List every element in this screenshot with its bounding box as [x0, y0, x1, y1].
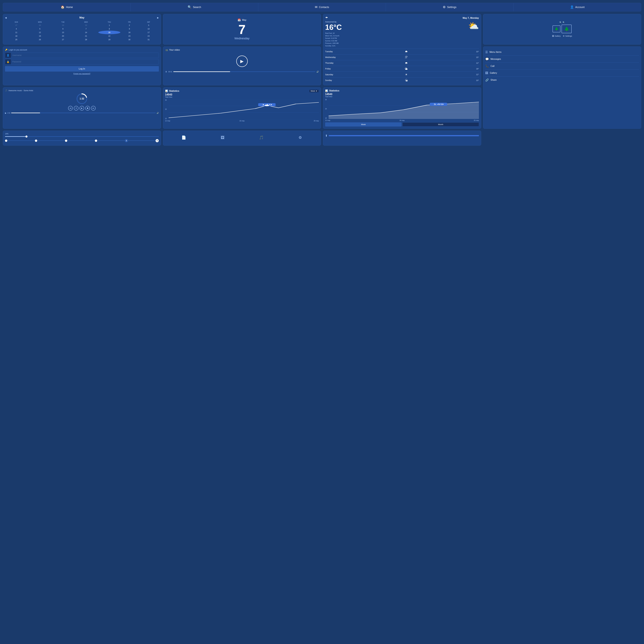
dot-step-4[interactable]: 5 — [125, 139, 128, 142]
cal-day[interactable]: 10 — [138, 27, 159, 31]
cal-day[interactable]: 29 — [98, 38, 120, 41]
nav-item-contacts[interactable]: ✉Contacts — [258, 3, 386, 11]
cal-day[interactable]: 9 — [120, 27, 138, 31]
cal-day[interactable]: 23 — [120, 34, 138, 38]
cal-day[interactable]: 18 — [5, 34, 28, 38]
cal-day[interactable]: 11 — [5, 31, 28, 34]
menu-item-share[interactable]: 🔗 Share — [485, 77, 639, 83]
video-play-area: ▶ — [165, 53, 319, 69]
week-filter-btn[interactable]: Week ▼ — [309, 89, 319, 93]
next-btn[interactable]: ⏭ — [91, 106, 96, 110]
photo-search-icon-2[interactable]: 🔍 — [563, 21, 565, 23]
cal-day[interactable]: 13 — [52, 31, 74, 34]
password-input[interactable] — [11, 59, 159, 64]
menu-icon-menu items: ☰ — [485, 50, 488, 54]
cal-day[interactable]: 8 — [98, 27, 120, 31]
username-input[interactable] — [11, 53, 159, 58]
cal-day[interactable]: 26 — [28, 38, 52, 41]
cal-day[interactable]: 27 — [52, 38, 74, 41]
play-button[interactable]: ▶ — [236, 56, 248, 67]
dropdown-icon: ▼ — [316, 90, 317, 92]
cal-day[interactable]: 31 — [138, 38, 159, 41]
cal-day[interactable]: 2 — [120, 23, 138, 27]
cal-day[interactable]: 4 — [5, 27, 28, 31]
dot-step-3[interactable] — [95, 140, 97, 142]
cal-day[interactable]: 30 — [120, 38, 138, 41]
music-title: Awesome music - Some Artist — [8, 89, 33, 92]
music-progress-bar[interactable] — [11, 113, 156, 113]
dot-step-1[interactable] — [35, 140, 37, 142]
music-pause-btn[interactable]: ⏸ — [74, 106, 78, 110]
login-button[interactable]: Log In — [5, 66, 159, 72]
month-tab-btn[interactable]: Month — [402, 122, 479, 127]
menu-item-label: Gallery — [490, 72, 497, 74]
cal-day[interactable]: 16 — [120, 31, 138, 34]
forgot-password-link[interactable]: Forgot you password? — [5, 73, 159, 75]
cal-day[interactable]: 22 — [98, 34, 120, 38]
dot-step-0[interactable] — [5, 140, 7, 142]
cal-day[interactable]: 6 — [52, 27, 74, 31]
cal-day[interactable]: 20 — [52, 34, 74, 38]
week-tab-btn[interactable]: Week — [325, 122, 402, 127]
forecast-row: Wednesday ⛈ 15° — [325, 54, 479, 60]
music-progress-circle: 1:32 — [76, 93, 88, 104]
menu-icon-call: 📞 — [485, 64, 489, 68]
photo-search-icon[interactable]: 🔍 — [559, 21, 562, 23]
menu-item-messages[interactable]: 💬 Messages — [485, 56, 639, 63]
cal-day[interactable]: 12 — [28, 31, 52, 34]
cal-day[interactable]: 17 — [138, 31, 159, 34]
media-icon-box[interactable]: ⚙ — [297, 134, 304, 141]
cal-day[interactable]: 24 — [138, 34, 159, 38]
forecast-temp: 10° — [476, 79, 479, 81]
pause-btn[interactable]: ⏸ — [165, 71, 167, 73]
login-card: 🔑 Login to you account 👤 🔒 Log In Forgot… — [3, 47, 161, 85]
cal-day[interactable]: 5 — [28, 27, 52, 31]
weather-temp: 16°C — [325, 23, 342, 31]
play-icon-small[interactable]: ▶ — [5, 112, 6, 114]
cal-day[interactable]: 14 — [74, 31, 98, 34]
forecast-temp: 12° — [476, 62, 479, 64]
cal-day[interactable]: 28 — [28, 23, 52, 27]
nav-item-home[interactable]: 🏠Home — [3, 3, 131, 11]
cal-prev-btn[interactable]: ◀ — [5, 17, 7, 19]
video-progress[interactable] — [173, 71, 315, 72]
cal-day[interactable]: 15 — [98, 31, 120, 34]
menu-item-label: Share — [491, 79, 497, 81]
cal-day[interactable]: 7 — [74, 27, 98, 31]
cal-day[interactable]: 3 — [138, 23, 159, 27]
nav-item-search[interactable]: 🔍Search — [131, 3, 258, 11]
dot-step-2[interactable] — [65, 140, 67, 142]
media-icon-box[interactable]: 🖼 — [219, 134, 226, 141]
stop-btn[interactable]: ⏹ — [85, 106, 90, 110]
cal-day[interactable]: 27 — [5, 23, 28, 27]
nav-item-account[interactable]: 👤Account — [513, 3, 641, 11]
nav-item-settings[interactable]: ⚙Settings — [386, 3, 513, 11]
photo-settings-btn[interactable]: ⚙ Settings — [563, 35, 572, 37]
cal-month: May — [79, 16, 84, 19]
gallery-btn[interactable]: 🖼 Gallery — [552, 35, 561, 37]
cal-day[interactable]: 19 — [28, 34, 52, 38]
media-icon-box[interactable]: 🎵 — [258, 134, 265, 141]
dot-step-5[interactable]: 6 — [156, 139, 159, 142]
menu-item-call[interactable]: 📞 Call — [485, 63, 639, 70]
cal-next-btn[interactable]: ▶ — [157, 17, 159, 19]
cal-day[interactable]: 30 — [74, 23, 98, 27]
menu-item-gallery[interactable]: 🖼 Gallery — [485, 70, 639, 77]
menu-item-menu-items[interactable]: ☰ Menu Items — [485, 49, 639, 56]
prev-btn[interactable]: ⏮ — [68, 106, 73, 110]
volume-slider[interactable] — [5, 136, 159, 137]
music-play-btn[interactable]: ▶ — [80, 106, 84, 110]
slider-thumb[interactable] — [25, 136, 27, 138]
music-volume-icon[interactable]: 🔊 — [157, 112, 159, 114]
volume-icon[interactable]: 🔊 — [316, 71, 319, 73]
cal-day[interactable]: 21 — [74, 34, 98, 38]
cal-day[interactable]: 1 — [98, 23, 120, 27]
upload-icon[interactable]: ⬆ — [325, 134, 328, 137]
cal-day[interactable]: 29 — [52, 23, 74, 27]
cal-day[interactable]: 28 — [74, 38, 98, 41]
dot-line — [97, 140, 125, 141]
weather-date: May 7, Monday — [463, 17, 479, 19]
media-icon-box[interactable]: 📄 — [180, 134, 187, 141]
stats-total-label: Total View — [165, 96, 319, 98]
cal-day[interactable]: 25 — [5, 38, 28, 41]
